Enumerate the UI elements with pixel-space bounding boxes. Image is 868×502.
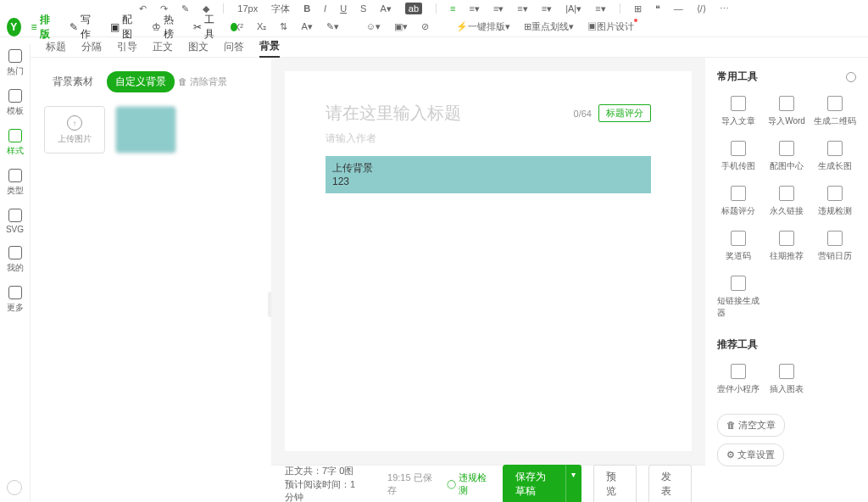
underline-button[interactable]: U: [340, 3, 347, 14]
bg-color-button[interactable]: ab: [405, 3, 422, 14]
divider: [620, 3, 620, 14]
tab-background[interactable]: 背景: [259, 36, 280, 58]
title-input[interactable]: 请在这里输入标题: [326, 102, 574, 125]
upload-image-button[interactable]: 上传图片: [44, 106, 105, 153]
content-block[interactable]: 上传背景 123: [326, 156, 651, 193]
hr-button[interactable]: —: [674, 3, 683, 14]
gear-icon[interactable]: [846, 72, 856, 82]
insert-image-button[interactable]: ▣▾: [394, 21, 408, 32]
image-design-button[interactable]: ▣图片设计: [587, 20, 634, 33]
save-draft-dropdown[interactable]: ▾: [565, 465, 581, 503]
highlight-button[interactable]: ✎▾: [326, 21, 339, 32]
tool-title-score[interactable]: 标题评分: [717, 186, 760, 217]
tool-violation[interactable]: 违规检测: [813, 186, 856, 217]
tool-image-center[interactable]: 配图中心: [765, 141, 809, 172]
list-button[interactable]: ≡▾: [595, 3, 605, 14]
underline-color-button[interactable]: A▾: [301, 21, 312, 32]
emoji-button[interactable]: ☺▾: [366, 21, 381, 32]
tab-imagetext[interactable]: 图文: [188, 37, 209, 57]
bold-button[interactable]: B: [303, 3, 310, 14]
rail-template[interactable]: 模板: [7, 89, 24, 117]
violation-check-button[interactable]: 违规检测: [447, 471, 490, 497]
recommend-tools-title: 推荐工具: [717, 337, 758, 352]
content-line: 上传背景: [332, 161, 644, 176]
rail-svg[interactable]: SVG: [6, 209, 24, 234]
strike-button[interactable]: S: [360, 3, 366, 14]
nav-dot-icon: [231, 23, 237, 31]
tab-qa[interactable]: 问答: [224, 37, 244, 57]
tool-short-link[interactable]: 短链接生成器: [717, 276, 760, 319]
focus-dash-button[interactable]: ⊞重点划线▾: [524, 20, 574, 33]
read-time: 预计阅读时间：1分钟: [285, 478, 364, 503]
tool-phone-upload[interactable]: 手机传图: [717, 141, 760, 172]
align-left-button[interactable]: ≡: [450, 3, 455, 14]
common-tools-title: 常用工具: [717, 70, 758, 84]
font-family-select[interactable]: 字体: [271, 3, 290, 15]
clear-article-button[interactable]: 🗑 清空文章: [717, 414, 785, 437]
format-clear-button[interactable]: ⊘: [421, 21, 429, 32]
panel-tab-material[interactable]: 背景素材: [44, 71, 102, 92]
title-char-count: 0/64: [574, 109, 592, 119]
clear-background-button[interactable]: 🗑 清除背景: [178, 75, 227, 88]
tool-import-article[interactable]: 导入文章: [717, 96, 760, 127]
text-direction-button[interactable]: ⇅: [280, 21, 287, 32]
tab-guide[interactable]: 引导: [117, 37, 137, 57]
save-draft-button[interactable]: 保存为草稿: [503, 465, 569, 503]
logo[interactable]: Y: [7, 18, 21, 36]
background-thumbnail[interactable]: [115, 106, 176, 153]
align-center-button[interactable]: ≡▾: [469, 3, 479, 14]
tab-divider[interactable]: 分隔: [81, 37, 102, 57]
tab-body[interactable]: 正文: [153, 37, 173, 57]
tool-channel-code[interactable]: 奖道码: [717, 231, 760, 262]
italic-button[interactable]: I: [324, 3, 326, 14]
subscript-button[interactable]: X₂: [257, 21, 266, 32]
tool-insert-chart[interactable]: 插入图表: [765, 364, 809, 395]
content-line: 123: [332, 176, 644, 187]
rail-style[interactable]: 样式: [7, 129, 24, 157]
tool-import-word[interactable]: 导入Word: [765, 96, 809, 127]
divider: [436, 3, 437, 14]
rail-more[interactable]: 更多: [7, 286, 24, 314]
preview-button[interactable]: 预览: [593, 465, 637, 503]
word-count: 正文共：7字 0图: [285, 465, 364, 477]
tool-miniprogram[interactable]: 壹伴小程序: [717, 364, 760, 395]
indent-button[interactable]: ≡▾: [542, 3, 552, 14]
code-button[interactable]: ⟨/⟩: [697, 3, 706, 14]
line-height-button[interactable]: ≡▾: [517, 3, 527, 14]
font-size-select[interactable]: 17px: [237, 3, 258, 14]
align-justify-button[interactable]: ≡▾: [493, 3, 504, 14]
table-button[interactable]: ⊞: [634, 3, 642, 14]
save-time: 19:15 已保存: [387, 471, 435, 497]
refresh-icon[interactable]: [7, 480, 22, 495]
tool-marketing-cal[interactable]: 营销日历: [813, 231, 856, 262]
tool-qrcode[interactable]: 生成二维码: [813, 96, 856, 127]
title-score-button[interactable]: 标题评分: [598, 104, 651, 122]
publish-button[interactable]: 发表: [648, 465, 692, 503]
author-input[interactable]: 请输入作者: [326, 131, 651, 146]
one-key-format-button[interactable]: ⚡一键排版▾: [456, 20, 510, 33]
panel-tab-custom[interactable]: 自定义背景: [107, 71, 175, 92]
more-button[interactable]: ⋯: [720, 3, 729, 14]
tab-title[interactable]: 标题: [46, 37, 66, 57]
upload-icon: [67, 115, 82, 131]
rail-my[interactable]: 我的: [7, 246, 24, 274]
font-color-button[interactable]: A▾: [380, 3, 391, 14]
letter-spacing-button[interactable]: |A|▾: [565, 3, 581, 14]
rail-type[interactable]: 类型: [7, 169, 24, 197]
quote-button[interactable]: ❝: [655, 3, 660, 14]
editor-canvas[interactable]: 请在这里输入标题 0/64 标题评分 请输入作者 上传背景 123: [285, 71, 692, 451]
tool-past-rec[interactable]: 往期推荐: [765, 231, 809, 262]
article-settings-button[interactable]: ⚙ 文章设置: [717, 443, 784, 466]
rail-hot[interactable]: 热门: [7, 49, 24, 77]
tool-long-image[interactable]: 生成长图: [813, 141, 856, 172]
tool-perm-link[interactable]: 永久链接: [765, 186, 809, 217]
